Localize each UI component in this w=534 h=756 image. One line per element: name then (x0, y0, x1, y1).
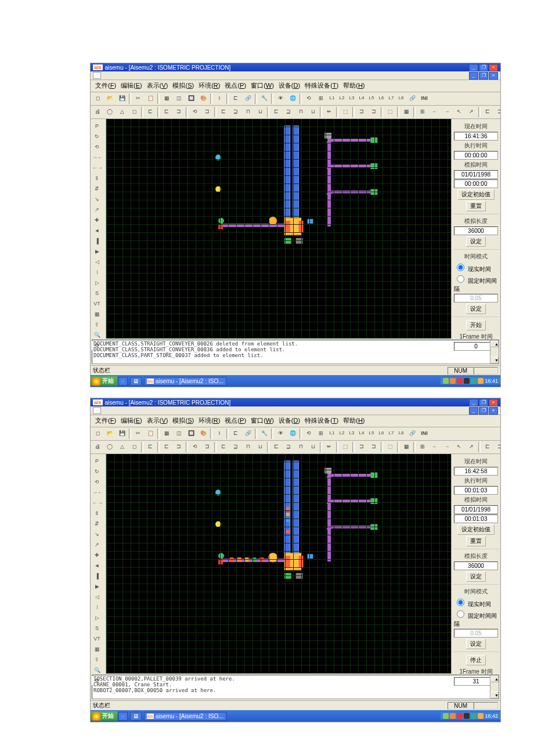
toolbar-button[interactable]: ⬚ (384, 106, 396, 118)
toolbar-button[interactable]: ⊔ (254, 441, 266, 453)
tool-button[interactable]: →← (92, 488, 102, 497)
layer-button-L4[interactable]: L4 (357, 428, 366, 440)
menu-s[interactable]: 模拟(S) (170, 81, 196, 91)
toolbar-button[interactable]: △ (116, 441, 128, 453)
mdi-min-button[interactable]: _ (469, 407, 478, 415)
toolbar-button[interactable]: ◫ (173, 428, 185, 440)
toolbar-button[interactable]: ⊏ (230, 428, 241, 440)
tool-button[interactable]: →← (92, 153, 102, 162)
scroll-up-button[interactable]: ▲ (490, 675, 499, 682)
start-menu-button[interactable]: 开始 (91, 376, 117, 386)
toolbar-button[interactable]: 🔲 (185, 428, 197, 440)
layer-button-L2[interactable]: L2 (337, 93, 347, 105)
toolbar-button[interactable]: 👁 (275, 428, 286, 440)
tool-button[interactable]: ⇵ (92, 184, 102, 193)
layer-button-L6[interactable]: L6 (377, 428, 386, 440)
layer-button-L3[interactable]: L3 (347, 93, 356, 105)
viewport[interactable] (106, 119, 451, 339)
menu-d[interactable]: 设备(D) (276, 416, 302, 426)
layer-button-L2[interactable]: L2 (337, 428, 347, 440)
tool-button[interactable]: ▦ (92, 309, 102, 319)
toolbar-button[interactable]: ◫ (173, 93, 185, 105)
tool-button[interactable]: ⁞ (92, 603, 102, 612)
maximize-button[interactable]: ❐ (479, 64, 488, 71)
toolbar-button[interactable]: 🎨 (197, 428, 209, 440)
toolbar-button[interactable]: ⊏ (161, 106, 172, 118)
toolbar-button[interactable]: ⊐ (201, 441, 213, 453)
tray-icon[interactable] (450, 378, 456, 384)
tray-icon[interactable] (457, 378, 463, 384)
layer-button-L7[interactable]: L7 (387, 93, 396, 105)
scroll-down-button[interactable]: ▼ (490, 357, 499, 363)
toolbar-button[interactable]: ⊓ (295, 441, 306, 453)
tool-button[interactable]: P (92, 121, 102, 131)
maximize-button[interactable]: ❐ (479, 399, 488, 406)
menu-h[interactable]: 帮助(H) (341, 416, 367, 426)
quick-desktop-button[interactable]: 🖥 (130, 712, 142, 721)
toolbar-button[interactable]: ⟲ (189, 441, 201, 453)
toolbar-button[interactable]: ⊏ (270, 441, 282, 453)
tool-button[interactable]: ▶ (92, 582, 102, 591)
toolbar-button[interactable]: 🌐 (287, 93, 298, 105)
toolbar-button[interactable]: ← (429, 106, 441, 118)
toolbar-button[interactable]: ⊒ (230, 106, 241, 118)
toolbar-button[interactable]: ◻ (128, 441, 140, 453)
toolbar-button[interactable]: ⊐ (368, 106, 380, 118)
toolbar-button[interactable]: ⊐ (201, 106, 213, 118)
menu-v[interactable]: 表示(V) (145, 416, 171, 426)
toolbar-button[interactable]: ◻ (92, 93, 103, 105)
quick-ie-button[interactable]: e (118, 377, 128, 386)
toolbar-button[interactable]: △ (116, 106, 128, 118)
toolbar-button[interactable]: ⊏ (482, 441, 493, 453)
tool-button[interactable]: ✚ (92, 550, 102, 560)
minimize-button[interactable]: _ (469, 64, 478, 71)
tool-button[interactable]: ⇕ (92, 174, 102, 183)
toolbar-button[interactable]: ⟲ (189, 106, 201, 118)
tool-button[interactable]: P (92, 456, 102, 466)
layer-button-L4[interactable]: L4 (357, 93, 366, 105)
toolbar-button[interactable]: ⊔ (307, 106, 319, 118)
scrollbar[interactable]: ▲▼ (490, 675, 499, 699)
toolbar-button[interactable]: ⊔ (307, 441, 319, 453)
tool-button[interactable]: ↗ (92, 540, 102, 549)
mode-fixed-radio[interactable]: 固定时间间隔 (453, 273, 499, 293)
viewport[interactable] (106, 454, 451, 674)
tool-button[interactable]: VT (92, 299, 102, 308)
menu-f[interactable]: 文件(F) (93, 81, 118, 91)
toolbar-button[interactable]: ⊔ (254, 106, 266, 118)
link-button[interactable]: 🔗 (406, 428, 418, 440)
layer-button-L1[interactable]: L1 (327, 93, 337, 105)
toolbar-button[interactable]: ⟲ (303, 93, 315, 105)
menu-r[interactable]: 环境(R) (196, 416, 222, 426)
toolbar-button[interactable]: 🔗 (242, 93, 254, 105)
mdi-min-button[interactable]: _ (469, 72, 478, 80)
tool-button[interactable]: ⇪ (92, 320, 102, 329)
toolbar-button[interactable]: ⊏ (161, 441, 172, 453)
toolbar-button[interactable]: ◻ (128, 106, 140, 118)
tool-button[interactable]: ↻ (92, 132, 102, 141)
init-button[interactable]: 设定初始值 (457, 524, 495, 535)
toolbar-button[interactable]: ⊐ (356, 441, 367, 453)
toolbar-button[interactable]: ⬚ (384, 441, 396, 453)
tool-button[interactable]: ▷ (92, 613, 102, 622)
menu-h[interactable]: 帮助(H) (341, 81, 367, 91)
toolbar-button[interactable]: ⊒ (283, 441, 294, 453)
tool-button[interactable]: ▶ (92, 247, 102, 256)
tray-icon[interactable] (464, 713, 470, 719)
toolbar-button[interactable]: 📋 (145, 428, 156, 440)
toolbar-button[interactable]: ⬚ (340, 106, 351, 118)
tray-icon[interactable] (450, 713, 456, 719)
menu-t[interactable]: 特殊设备(T) (302, 81, 341, 91)
tray-icon[interactable] (443, 378, 449, 384)
toolbar-button[interactable]: ⊞ (417, 441, 428, 453)
tool-button[interactable]: 🔍 (92, 330, 102, 340)
tool-button[interactable]: ↻ (92, 467, 102, 476)
toolbar-button[interactable]: ← (429, 441, 441, 453)
menu-e[interactable]: 编辑(E) (118, 416, 145, 426)
toolbar-button[interactable]: ⊒ (230, 441, 241, 453)
toolbar-button[interactable]: ⊏ (270, 106, 282, 118)
toolbar-button[interactable]: ⊞ (315, 428, 327, 440)
tool-button[interactable]: ⟲ (92, 477, 102, 487)
menu-t[interactable]: 特殊设备(T) (302, 416, 341, 426)
menu-d[interactable]: 设备(D) (276, 81, 302, 91)
